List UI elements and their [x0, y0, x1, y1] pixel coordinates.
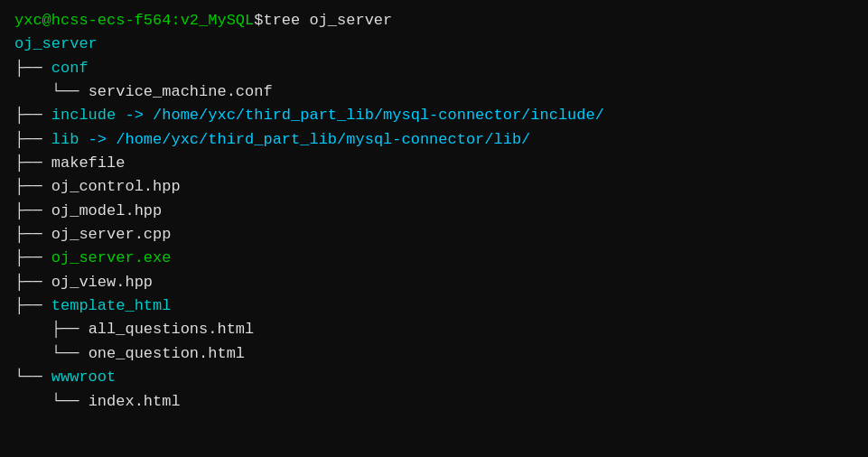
branch-symbol: ├──: [14, 271, 51, 294]
terminal-window: yxc@hcss-ecs-f564:v2_MySQL $ tree oj_ser…: [14, 9, 854, 414]
entry-name: oj_view.hpp: [51, 271, 153, 294]
branch-symbol: ├──: [14, 104, 51, 127]
list-item: ├── oj_server.exe: [14, 247, 854, 270]
tree-container: ├── conf └── service_machine.conf├── inc…: [14, 57, 854, 414]
list-item: ├── conf: [14, 57, 854, 80]
list-item: ├── oj_server.cpp: [14, 223, 854, 247]
entry-name: oj_server.exe: [51, 247, 172, 270]
root-label: oj_server: [14, 33, 98, 56]
entry-name: one_question.html: [89, 342, 245, 366]
prompt-line: yxc@hcss-ecs-f564:v2_MySQL $ tree oj_ser…: [14, 9, 854, 33]
list-item: ├── lib -> /home/yxc/third_part_lib/mysq…: [14, 128, 854, 152]
entry-name: template_html: [51, 294, 172, 318]
list-item: ├── template_html: [14, 294, 854, 318]
entry-name: oj_control.hpp: [51, 175, 181, 199]
list-item: └── wwwroot: [14, 366, 854, 389]
entry-name: index.html: [89, 390, 181, 414]
branch-symbol: ├──: [14, 57, 51, 80]
branch-symbol: ├──: [14, 223, 51, 247]
entry-name: lib: [51, 128, 79, 152]
branch-symbol: ├──: [14, 175, 51, 199]
list-item: ├── oj_control.hpp: [14, 175, 854, 199]
entry-name: all_questions.html: [89, 318, 255, 341]
command-text: tree oj_server: [263, 9, 392, 33]
branch-symbol: ├──: [14, 294, 51, 318]
tree-root: oj_server: [14, 33, 854, 56]
branch-symbol: ├──: [14, 200, 51, 223]
list-item: ├── makefile: [14, 152, 854, 175]
entry-link: -> /home/yxc/third_part_lib/mysql-connec…: [116, 104, 604, 127]
entry-name: wwwroot: [51, 366, 116, 389]
prompt-user: yxc@hcss-ecs-f564:v2_MySQL: [14, 9, 254, 33]
list-item: ├── include -> /home/yxc/third_part_lib/…: [14, 104, 854, 127]
branch-symbol: └──: [14, 80, 89, 104]
branch-symbol: ├──: [14, 128, 51, 152]
entry-name: include: [51, 104, 116, 127]
entry-link: -> /home/yxc/third_part_lib/mysql-connec…: [79, 128, 530, 152]
entry-name: oj_model.hpp: [51, 200, 162, 223]
branch-symbol: ├──: [14, 152, 51, 175]
branch-symbol: ├──: [14, 318, 89, 341]
list-item: ├── all_questions.html: [14, 318, 854, 341]
entry-name: oj_server.cpp: [51, 223, 172, 247]
list-item: └── service_machine.conf: [14, 80, 854, 104]
list-item: ├── oj_view.hpp: [14, 271, 854, 294]
list-item: └── one_question.html: [14, 342, 854, 366]
entry-name: makefile: [51, 152, 126, 175]
entry-name: conf: [51, 57, 89, 80]
branch-symbol: └──: [14, 366, 51, 389]
list-item: ├── oj_model.hpp: [14, 200, 854, 223]
prompt-symbol: $: [254, 9, 263, 33]
branch-symbol: └──: [14, 342, 89, 366]
branch-symbol: ├──: [14, 247, 51, 270]
branch-symbol: └──: [14, 390, 89, 414]
entry-name: service_machine.conf: [89, 80, 273, 104]
list-item: └── index.html: [14, 390, 854, 414]
